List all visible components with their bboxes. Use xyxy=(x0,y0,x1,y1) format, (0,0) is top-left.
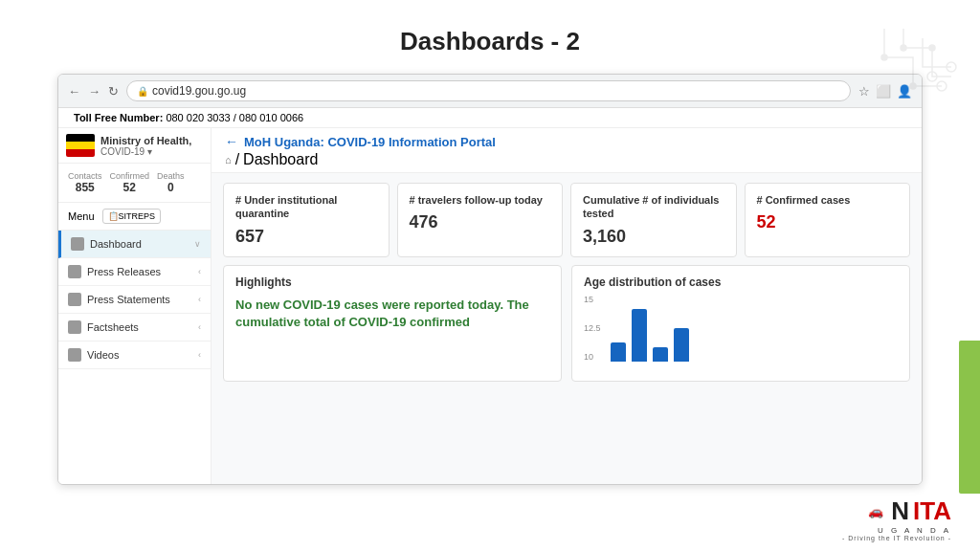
url-bar[interactable]: 🔒 covid19.gou.go.ug xyxy=(126,80,851,101)
lower-sections: Highlights No new COVID-19 cases were re… xyxy=(212,265,922,382)
bar-0 xyxy=(611,342,626,362)
y-label-10: 10 xyxy=(584,352,601,362)
stat-card-0: # Under institutional quarantine 657 xyxy=(223,183,390,257)
back-button[interactable]: ← xyxy=(68,84,80,99)
stats-cards: # Under institutional quarantine 657 # t… xyxy=(212,173,922,265)
breadcrumb-sep: / xyxy=(235,151,239,168)
stat-card-3: # Confirmed cases 52 xyxy=(745,183,911,257)
toll-free-banner: Toll Free Number: 080 020 3033 / 080 010… xyxy=(58,108,922,128)
highlights-title: Highlights xyxy=(235,276,549,289)
nav-chevron-0: ∨ xyxy=(194,239,201,249)
nav-label-3: Factsheets xyxy=(87,321,198,333)
nav-icon-1 xyxy=(68,265,81,278)
browser-mockup: ← → ↻ 🔒 covid19.gou.go.ug ☆ ⬜ 👤 Toll Fre… xyxy=(57,74,923,485)
stat-card-value-1: 476 xyxy=(410,212,551,232)
age-dist-chart: 15 12.5 10 xyxy=(584,295,898,371)
contacts-stat: Contacts 855 xyxy=(68,171,102,194)
stat-card-title-3: # Confirmed cases xyxy=(757,193,899,207)
toll-free-label: Toll Free Number: xyxy=(74,112,163,123)
home-icon[interactable]: ⌂ xyxy=(225,154,232,165)
nita-car-icon: 🚗 xyxy=(868,504,883,518)
nav-label-4: Videos xyxy=(87,349,198,361)
uganda-flag xyxy=(66,134,95,157)
confirmed-stat: Confirmed 52 xyxy=(110,171,150,194)
forward-button[interactable]: → xyxy=(88,84,100,99)
sidebar-item-dashboard[interactable]: Dashboard ∨ xyxy=(58,231,211,258)
stat-card-title-2: Cumulative # of individuals tested xyxy=(583,193,724,221)
y-label-15: 15 xyxy=(584,295,601,304)
stat-card-value-0: 657 xyxy=(235,227,377,247)
nita-tagline: - Driving the IT Revolution - xyxy=(842,535,951,541)
main-content: ← MoH Uganda: COVID-19 Information Porta… xyxy=(212,128,922,484)
y-label-12: 12.5 xyxy=(584,323,601,333)
stat-card-title-0: # Under institutional quarantine xyxy=(235,193,377,221)
nav-icon-4 xyxy=(68,348,81,362)
bar-1 xyxy=(632,309,647,362)
nav-icon-2 xyxy=(68,293,81,306)
green-accent-bar xyxy=(959,341,980,494)
nav-chevron-3: ‹ xyxy=(198,322,201,332)
portal-title: MoH Uganda: COVID-19 Information Portal xyxy=(244,135,496,149)
breadcrumb-page: Dashboard xyxy=(243,151,318,168)
menu-header: Menu 📋SITREPS xyxy=(58,203,211,231)
nav-icon-0 xyxy=(71,237,84,251)
stat-card-value-3: 52 xyxy=(757,212,899,232)
sidebar-stats: Contacts 855 Confirmed 52 Deaths 0 xyxy=(58,164,211,203)
svg-point-2 xyxy=(929,45,935,51)
sidebar-nav: Dashboard ∨ Press Releases ‹ Press State… xyxy=(58,231,211,369)
svg-point-1 xyxy=(910,83,916,89)
org-name: Ministry of Health, xyxy=(100,135,191,146)
nav-chevron-2: ‹ xyxy=(198,295,201,304)
nav-chevron-4: ‹ xyxy=(198,350,201,360)
stat-card-1: # travelers follow-up today 476 xyxy=(397,183,564,257)
svg-point-0 xyxy=(881,55,887,60)
nita-n: N xyxy=(891,496,909,526)
age-dist-title: Age distribution of cases xyxy=(584,276,898,289)
org-sub: COVID-19 ▾ xyxy=(100,146,191,157)
nita-logo: 🚗 N ITA U G A N D A - Driving the IT Rev… xyxy=(842,496,951,541)
sidebar-item-press-releases[interactable]: Press Releases ‹ xyxy=(58,258,211,286)
highlights-text: No new COVID-19 cases were reported toda… xyxy=(235,297,549,331)
sidebar: Ministry of Health, COVID-19 ▾ Contacts … xyxy=(58,128,212,484)
stat-card-value-2: 3,160 xyxy=(583,227,724,247)
deaths-stat: Deaths 0 xyxy=(157,171,185,194)
age-distribution-card: Age distribution of cases 15 12.5 10 xyxy=(571,265,910,382)
highlights-card: Highlights No new COVID-19 cases were re… xyxy=(223,265,562,382)
nita-uganda: U G A N D A xyxy=(878,526,951,535)
url-text: covid19.gou.go.ug xyxy=(152,84,246,98)
nav-label-0: Dashboard xyxy=(90,238,194,250)
stat-card-title-1: # travelers follow-up today xyxy=(410,193,551,207)
lock-icon: 🔒 xyxy=(137,86,148,97)
stat-card-2: Cumulative # of individuals tested 3,160 xyxy=(570,183,737,257)
svg-point-3 xyxy=(901,45,906,51)
toll-free-number: 080 020 3033 / 080 010 0066 xyxy=(166,112,303,123)
menu-label: Menu xyxy=(68,210,95,222)
sidebar-item-press-statements[interactable]: Press Statements ‹ xyxy=(58,286,211,314)
breadcrumb: ⌂ / Dashboard xyxy=(225,151,908,168)
nav-chevron-1: ‹ xyxy=(198,267,201,276)
nita-ita: ITA xyxy=(913,496,951,526)
browser-chrome: ← → ↻ 🔒 covid19.gou.go.ug ☆ ⬜ 👤 xyxy=(58,75,922,108)
sitreps-button[interactable]: 📋SITREPS xyxy=(102,209,162,224)
nav-label-1: Press Releases xyxy=(87,266,198,277)
y-axis-labels: 15 12.5 10 xyxy=(584,295,601,362)
nav-icon-3 xyxy=(68,320,81,334)
bar-3 xyxy=(674,328,689,362)
refresh-button[interactable]: ↻ xyxy=(108,84,119,99)
bar-2 xyxy=(653,347,668,362)
sidebar-item-factsheets[interactable]: Factsheets ‹ xyxy=(58,314,211,342)
nav-label-2: Press Statements xyxy=(87,294,198,305)
bar-chart xyxy=(611,295,898,362)
sidebar-item-videos[interactable]: Videos ‹ xyxy=(58,342,211,369)
